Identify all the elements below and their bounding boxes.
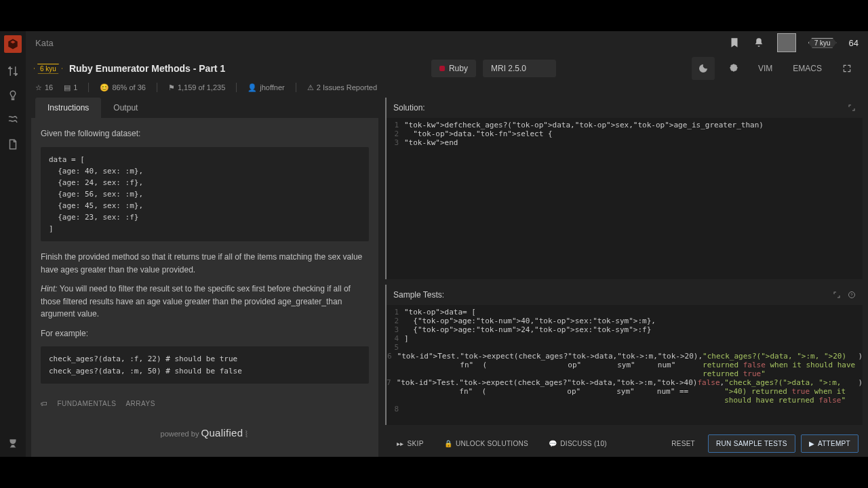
user-points: 64	[849, 38, 859, 48]
attempt-button[interactable]: ▶ ATTEMPT	[801, 434, 859, 453]
user-kyu-badge: 7 kyu	[808, 38, 837, 48]
instr-p1: Given the following dataset:	[41, 127, 369, 140]
tab-output[interactable]: Output	[101, 98, 150, 118]
instr-code1: data = [ {age: 40, sex: :m}, {age: 24, s…	[41, 147, 369, 241]
expand-tests-icon[interactable]	[833, 291, 841, 299]
issues[interactable]: ⚠ 2 Issues Reported	[307, 83, 377, 92]
runtime-label: MRI 2.5.0	[491, 64, 526, 73]
bookmark-icon[interactable]	[728, 37, 741, 49]
solution-panel: Solution: 1"tok-kw">def check_ages?("tok…	[385, 98, 863, 279]
expand-icon[interactable]	[848, 104, 856, 112]
solution-editor[interactable]: 1"tok-kw">def check_ages?("tok-op">data,…	[387, 118, 863, 279]
satisfaction: 😊 86% of 36	[100, 83, 146, 92]
freestyle-icon[interactable]	[7, 114, 19, 126]
compare-icon[interactable]	[7, 65, 19, 77]
stars-count[interactable]: ☆ 16	[35, 83, 53, 92]
docs-icon[interactable]	[7, 138, 19, 150]
editor-toolbar: Ruby MRI 2.5.0 VIM EMACS	[431, 57, 859, 80]
language-select[interactable]: Ruby	[431, 60, 476, 77]
reset-button[interactable]: RESET	[664, 434, 703, 453]
instructions-panel: Given the following dataset: data = [ {a…	[31, 118, 378, 457]
vim-toggle[interactable]: VIM	[751, 58, 779, 79]
completion: ⚑ 1,159 of 1,235	[168, 83, 225, 92]
ruby-icon	[439, 66, 445, 71]
topbar: Kata 7 kyu 64	[26, 31, 868, 54]
tag-fundamentals[interactable]: FUNDAMENTALS	[58, 399, 117, 409]
instr-p2: Finish the provided method so that it re…	[41, 251, 369, 276]
site-logo[interactable]	[4, 35, 22, 53]
unlock-button[interactable]: 🔒 UNLOCK SOLUTIONS	[437, 435, 536, 452]
kata-title: Ruby Enumerator Methods - Part 1	[69, 63, 225, 74]
tab-instructions[interactable]: Instructions	[35, 98, 101, 118]
instr-p4: For example:	[41, 327, 369, 340]
tests-panel: Sample Tests: ? 1"tok-op">data = [2 {"to…	[385, 285, 863, 425]
svg-text:?: ?	[850, 293, 853, 297]
skip-button[interactable]: ▸▸ SKIP	[389, 435, 431, 452]
help-icon[interactable]: ?	[848, 291, 856, 299]
powered-by: powered by Qualified ⦚	[41, 425, 369, 441]
discuss-button[interactable]: 💬 DISCUSS (10)	[541, 435, 614, 452]
collections-count[interactable]: ▤ 1	[64, 83, 77, 92]
runtime-select[interactable]: MRI 2.5.0	[483, 60, 556, 77]
avatar[interactable]	[777, 33, 796, 52]
fullscreen-icon[interactable]	[835, 57, 859, 80]
tests-label: Sample Tests:	[393, 290, 444, 300]
run-tests-button[interactable]: RUN SAMPLE TESTS	[708, 434, 795, 453]
tests-editor[interactable]: 1"tok-op">data = [2 {"tok-op">age: "tok-…	[387, 305, 863, 425]
bell-icon[interactable]	[753, 37, 765, 49]
tag-arrays[interactable]: ARRAYS	[125, 399, 155, 409]
left-rail	[0, 31, 26, 457]
emacs-toggle[interactable]: EMACS	[786, 58, 829, 79]
language-label: Ruby	[449, 64, 468, 73]
settings-icon[interactable]	[722, 57, 745, 80]
instr-code2: check_ages?(data, :f, 22) # should be tr…	[41, 346, 369, 383]
action-bar: ▸▸ SKIP 🔒 UNLOCK SOLUTIONS 💬 DISCUSS (10…	[385, 430, 863, 457]
tag-icon: 🏷	[41, 399, 48, 409]
theme-toggle[interactable]	[692, 57, 715, 80]
practice-icon[interactable]	[7, 89, 19, 102]
breadcrumb[interactable]: Kata	[35, 38, 54, 48]
kata-stats: ☆ 16 ▤ 1 😊 86% of 36 ⚑ 1,159 of 1,235 👤 …	[26, 80, 868, 98]
leaderboard-icon[interactable]	[7, 438, 19, 450]
author[interactable]: 👤 jhoffner	[248, 83, 285, 92]
kata-kyu-badge: 6 kyu	[34, 64, 62, 74]
solution-label: Solution:	[393, 103, 425, 113]
instr-hint: Hint: You will need to filter the result…	[41, 283, 369, 321]
